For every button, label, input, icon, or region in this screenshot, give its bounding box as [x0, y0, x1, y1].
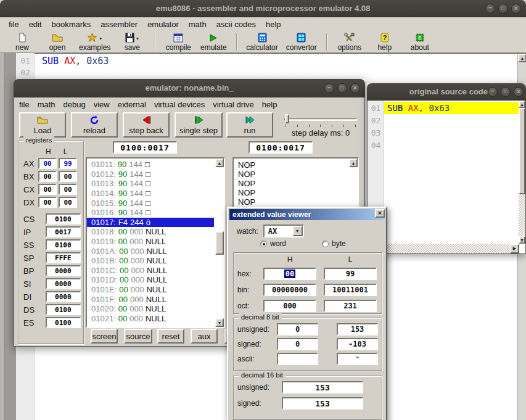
chevron-down-icon[interactable] [292, 226, 303, 236]
reset-button[interactable]: reset [157, 329, 184, 344]
run-button[interactable]: run [226, 112, 273, 138]
code-line[interactable]: 02 [16, 67, 497, 78]
memory-row[interactable]: 01020:00000NULL [87, 304, 214, 314]
menu-item-math[interactable]: math [38, 100, 55, 109]
scroll-up-icon[interactable] [519, 101, 525, 108]
menu-item-file[interactable]: file [4, 19, 24, 30]
close-icon[interactable] [514, 87, 524, 97]
main-editor-lines[interactable]: 01SUB AX, 0x6302 [16, 55, 497, 78]
menu-item-debug[interactable]: debug [64, 100, 86, 109]
disasm-address-field[interactable]: 0100:0017 [249, 141, 313, 154]
reload-button[interactable]: reload [71, 112, 118, 138]
source-window-titlebar[interactable]: original source code [367, 83, 526, 101]
dialog-titlebar[interactable]: extended value viewer [229, 209, 385, 220]
disassembly-row[interactable]: NOP [234, 188, 348, 197]
register-ax-h-field[interactable]: 00 [38, 158, 57, 169]
menu-item-view[interactable]: view [94, 100, 110, 109]
memory-list-scrollbar[interactable] [215, 159, 224, 327]
signed-value-field[interactable]: 153 [282, 397, 363, 410]
radio-word[interactable]: word [260, 239, 286, 248]
menu-item-ascii-codes[interactable]: ascii codes [212, 19, 261, 30]
step-back-button[interactable]: step back [123, 112, 170, 138]
toolbar-open-button[interactable]: open [43, 31, 72, 52]
code-line[interactable]: 04 [368, 139, 519, 151]
code-line[interactable]: 01SUB AX, 0x63 [16, 55, 497, 67]
unsigned-value-field[interactable]: 153 [282, 381, 363, 393]
toolbar-calculator-button[interactable]: calculator [245, 31, 279, 52]
scroll-up-icon[interactable] [518, 54, 526, 62]
radio-icon[interactable] [322, 241, 329, 247]
radio-selected-icon[interactable] [260, 241, 267, 247]
menu-item-help[interactable]: help [261, 19, 286, 30]
toolbar-save-button[interactable]: save [117, 31, 147, 52]
ascii-l-field[interactable]: ™ [337, 353, 378, 365]
screen-button[interactable]: screen [91, 329, 118, 344]
disassembly-row[interactable]: NOP [234, 160, 348, 170]
scroll-down-icon[interactable] [215, 318, 224, 327]
close-icon[interactable] [511, 4, 521, 14]
register-cx-h-field[interactable]: 00 [38, 184, 57, 195]
scroll-up-icon[interactable] [215, 159, 224, 167]
register-sp-field[interactable]: FFFE [46, 252, 81, 263]
memory-row[interactable]: 01019:00000NULL [87, 237, 214, 247]
toolbar-options-button[interactable]: options [335, 31, 364, 52]
slider-thumb[interactable] [285, 114, 289, 123]
bin-h-field[interactable]: 00000000 [263, 284, 316, 296]
memory-row[interactable]: 0101E:00000NULL [87, 285, 214, 295]
register-ip-field[interactable]: 0017 [46, 226, 81, 237]
memory-row[interactable]: 0101C:00000NULL [87, 266, 214, 276]
code-line[interactable]: 03 [368, 126, 519, 139]
watch-combobox[interactable]: AX [263, 224, 304, 237]
main-window-titlebar[interactable]: emu8086 - assembler and microprocessor e… [0, 0, 526, 17]
menu-item-assembler[interactable]: assembler [96, 19, 142, 30]
register-bx-h-field[interactable]: 00 [38, 171, 57, 182]
maximize-icon[interactable] [337, 83, 347, 93]
toolbar-convertor-button[interactable]: convertor [285, 31, 318, 52]
menu-item-edit[interactable]: edit [24, 19, 47, 30]
register-di-field[interactable]: 0000 [46, 291, 81, 302]
memory-row[interactable]: 01021:00000NULL [87, 314, 214, 324]
memory-row[interactable]: 01017:F4244ô [87, 218, 214, 228]
memory-row[interactable]: 01011:90144□ [87, 160, 214, 170]
code-line[interactable]: 02 [368, 114, 519, 126]
register-es-field[interactable]: 0100 [46, 317, 81, 328]
memory-row[interactable]: 01014:90144□ [87, 189, 214, 199]
step-delay-slider[interactable]: step delay ms: 0 [283, 113, 358, 138]
close-icon[interactable] [350, 83, 360, 93]
load-button[interactable]: Load [19, 112, 66, 138]
maximize-icon[interactable] [498, 4, 508, 14]
register-dx-l-field[interactable]: 00 [59, 197, 77, 208]
memory-row[interactable]: 01018:00000NULL [87, 227, 214, 237]
menu-item-virtual-devices[interactable]: virtual devices [154, 100, 205, 109]
memory-address-field[interactable]: 0100:0017 [113, 141, 177, 154]
minimize-icon[interactable] [324, 83, 334, 93]
memory-row[interactable]: 0101D:00000NULL [87, 275, 214, 285]
source-hscrollbar[interactable] [368, 244, 519, 253]
memory-row[interactable]: 01015:90144□ [87, 198, 214, 208]
scroll-thumb[interactable] [215, 231, 224, 255]
memory-row[interactable]: 01016:90144□ [87, 208, 214, 218]
emulator-window-titlebar[interactable]: emulator: noname.bin_ [14, 79, 365, 97]
signed-l-field[interactable]: -103 [337, 338, 378, 350]
signed-h-field[interactable]: 0 [277, 338, 318, 350]
menu-item-virtual-drive[interactable]: virtual drive [213, 100, 253, 109]
memory-row[interactable]: 0101A:00000NULL [87, 246, 214, 256]
toolbar-new-button[interactable]: new [7, 31, 37, 52]
scroll-track[interactable] [519, 194, 525, 236]
disassembly-row[interactable]: NOP [234, 197, 348, 207]
dropdown-caret-icon[interactable] [99, 31, 102, 43]
bin-l-field[interactable]: 10011001 [324, 284, 377, 296]
menu-item-math[interactable]: math [184, 19, 212, 30]
hex-l-field[interactable]: 99 [324, 268, 377, 280]
menu-item-bookmarks[interactable]: bookmarks [47, 19, 96, 30]
toolbar-help-button[interactable]: ?help [370, 31, 400, 52]
toolbar-examples-button[interactable]: examples [78, 31, 112, 52]
memory-row[interactable]: 01012:90144□ [87, 170, 214, 179]
menu-item-emulator[interactable]: emulator [142, 19, 184, 30]
minimize-icon[interactable] [485, 4, 495, 14]
unsigned-h-field[interactable]: 0 [277, 323, 318, 336]
toolbar-emulate-button[interactable]: emulate [199, 31, 228, 52]
toolbar-about-button[interactable]: Eabout [405, 31, 435, 52]
aux-button[interactable]: aux [191, 329, 218, 344]
oct-h-field[interactable]: 000 [263, 300, 316, 312]
